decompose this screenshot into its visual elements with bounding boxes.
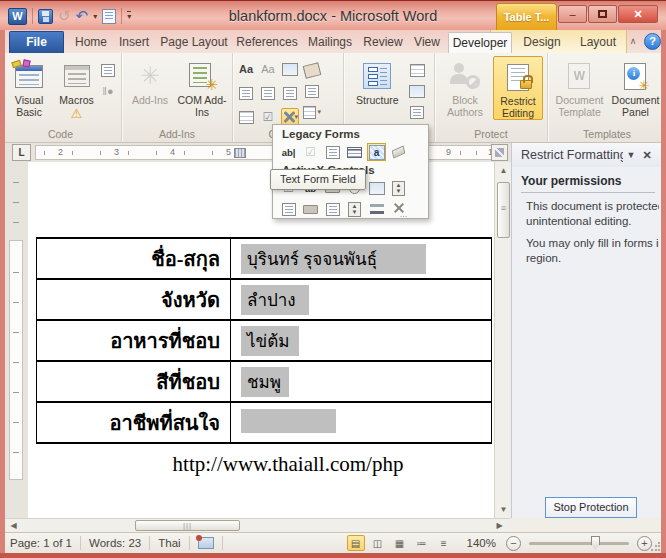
visual-basic-button[interactable]: Visual Basic xyxy=(4,56,54,118)
more-controls-icon[interactable]: … xyxy=(389,200,408,218)
group-control-icon[interactable]: ▾ xyxy=(303,103,321,121)
help-icon[interactable]: ? xyxy=(644,33,661,50)
table-tools-contextual-header[interactable]: Table T... xyxy=(496,3,557,31)
tab-review[interactable]: Review xyxy=(358,32,408,53)
activex-image-icon[interactable] xyxy=(367,179,386,197)
stop-protection-button[interactable]: Stop Protection xyxy=(545,497,637,518)
text-form-field[interactable]: บุรินทร์ รุจจนพันธุ์ xyxy=(241,244,426,274)
horizontal-scrollbar[interactable]: ◀ ||| ▶ xyxy=(5,518,511,532)
web-layout-view-icon[interactable]: ▦ xyxy=(391,535,409,551)
word-count[interactable]: Words: 23 xyxy=(89,537,141,549)
document-panel-button[interactable]: i✳ Document Panel xyxy=(609,56,662,118)
field-label: สีที่ชอบ xyxy=(37,362,231,401)
tab-view[interactable]: View xyxy=(408,32,446,53)
schema-icon[interactable] xyxy=(408,61,426,79)
horizontal-ruler[interactable]: 2 3 4 5 9 10 xyxy=(35,145,505,160)
language-indicator[interactable]: Thai xyxy=(158,537,180,549)
form-field-shading-icon[interactable]: a xyxy=(367,143,386,161)
zoom-slider-thumb[interactable] xyxy=(591,536,600,550)
text-form-field[interactable]: ชมพู xyxy=(241,367,289,397)
text-form-field[interactable] xyxy=(241,409,336,433)
pane-close-icon[interactable]: ✕ xyxy=(639,147,655,163)
scroll-up-icon[interactable]: ▲ xyxy=(497,164,510,177)
text-form-field[interactable]: ลำปาง xyxy=(241,285,309,315)
expansion-packs-icon[interactable] xyxy=(408,103,426,121)
tab-selector[interactable]: L xyxy=(12,144,31,161)
restrict-editing-button[interactable]: Restrict Editing xyxy=(493,56,543,120)
tab-design[interactable]: Design xyxy=(518,32,566,53)
combo-box-content-control-icon[interactable] xyxy=(259,84,277,102)
design-mode-icon[interactable] xyxy=(303,61,321,79)
full-screen-reading-view-icon[interactable]: ◫ xyxy=(369,535,387,551)
rich-text-content-control-icon[interactable]: Aa xyxy=(237,60,255,78)
restrict-editing-icon xyxy=(507,61,529,93)
zoom-level[interactable]: 140% xyxy=(467,537,496,549)
tab-developer[interactable]: Developer xyxy=(448,32,512,53)
tab-layout[interactable]: Layout xyxy=(574,32,622,53)
outline-view-icon[interactable]: ≔ xyxy=(413,535,431,551)
tab-page-layout[interactable]: Page Layout xyxy=(156,32,232,53)
properties-icon[interactable] xyxy=(303,82,321,100)
ruler-row: L 2 3 4 5 9 10 xyxy=(5,143,511,162)
insert-frame-icon[interactable] xyxy=(345,143,364,161)
transformation-icon[interactable] xyxy=(408,82,426,100)
zoom-slider[interactable] xyxy=(529,542,629,545)
table-column-marker[interactable] xyxy=(234,148,246,158)
activex-list-box-icon[interactable] xyxy=(279,200,298,218)
resize-grip[interactable] xyxy=(650,542,660,552)
title-bar: W ↺ ↶ ▾ ▾ blankform.docx - Microsoft Wor… xyxy=(0,0,666,30)
field-label: อาหารที่ชอบ xyxy=(37,321,231,360)
vertical-scrollbar-thumb[interactable] xyxy=(497,182,510,238)
building-block-gallery-icon[interactable] xyxy=(237,84,255,102)
pane-menu-icon[interactable]: ▼ xyxy=(623,147,639,163)
tab-home[interactable]: Home xyxy=(70,32,112,53)
structure-icon xyxy=(363,60,391,92)
close-button[interactable]: ✕ xyxy=(618,5,658,23)
text-form-field[interactable]: ไข่ต้ม xyxy=(241,326,299,356)
ruler-number: 5 xyxy=(226,147,231,157)
group-code: Visual Basic Macros ⚠ ‖● Code xyxy=(0,53,122,142)
page-indicator[interactable]: Page: 1 of 1 xyxy=(10,537,72,549)
scroll-left-icon[interactable]: ◀ xyxy=(7,519,20,532)
picture-content-control-icon[interactable] xyxy=(281,60,299,78)
macros-button[interactable]: Macros ⚠ xyxy=(56,56,97,120)
activex-combo-box-icon[interactable] xyxy=(323,200,342,218)
maximize-button[interactable] xyxy=(588,5,617,23)
record-macro-icon[interactable] xyxy=(99,61,117,79)
activex-toggle-button-icon[interactable] xyxy=(367,200,386,218)
text-form-field-icon[interactable]: ab| xyxy=(279,143,298,161)
activex-label-icon[interactable] xyxy=(301,200,320,218)
date-picker-content-control-icon[interactable] xyxy=(237,108,255,126)
tab-insert[interactable]: Insert xyxy=(112,32,156,53)
draft-view-icon[interactable]: ≡ xyxy=(435,535,453,551)
horizontal-scrollbar-thumb[interactable]: ||| xyxy=(135,520,240,531)
tab-references[interactable]: References xyxy=(232,32,302,53)
macro-security-icon[interactable]: ⚠ xyxy=(71,107,83,120)
vertical-scrollbar[interactable]: ▲ ▼ xyxy=(494,162,511,518)
tab-mailings[interactable]: Mailings xyxy=(302,32,358,53)
com-addins-button[interactable]: ✳ COM Add-Ins xyxy=(176,56,228,118)
code-small-buttons: ‖● xyxy=(99,56,117,100)
vertical-ruler[interactable] xyxy=(5,162,28,518)
checkbox-form-field-icon[interactable]: ☑ xyxy=(301,143,320,161)
scroll-down-icon[interactable]: ▼ xyxy=(497,503,510,516)
print-layout-view-icon[interactable]: ▤ xyxy=(347,535,365,551)
dropdown-form-field-icon[interactable] xyxy=(323,143,342,161)
collapse-ribbon-icon[interactable]: ∧ xyxy=(625,34,641,49)
macro-recording-icon[interactable] xyxy=(198,537,214,549)
plain-text-content-control-icon[interactable]: Aa xyxy=(259,60,277,78)
activex-scroll-bar-icon[interactable]: ▲▼ xyxy=(345,200,364,218)
view-ruler-toggle[interactable] xyxy=(491,144,508,161)
scroll-right-icon[interactable]: ▶ xyxy=(493,519,506,532)
zoom-out-icon[interactable]: − xyxy=(506,536,521,551)
activex-spin-button-icon[interactable]: ▲▼ xyxy=(389,179,408,197)
addins-icon: ✳ xyxy=(140,60,160,92)
block-authors-button: Block Authors xyxy=(439,56,491,118)
dropdown-list-content-control-icon[interactable] xyxy=(281,84,299,102)
ruler-number: 9 xyxy=(446,147,451,157)
tab-file[interactable]: File xyxy=(9,31,64,53)
status-right: ▤ ◫ ▦ ≔ ≡ 140% − + xyxy=(347,535,666,551)
minimize-button[interactable]: – xyxy=(558,5,587,23)
reset-form-fields-icon[interactable] xyxy=(389,143,408,161)
structure-button[interactable]: Structure xyxy=(348,56,406,107)
